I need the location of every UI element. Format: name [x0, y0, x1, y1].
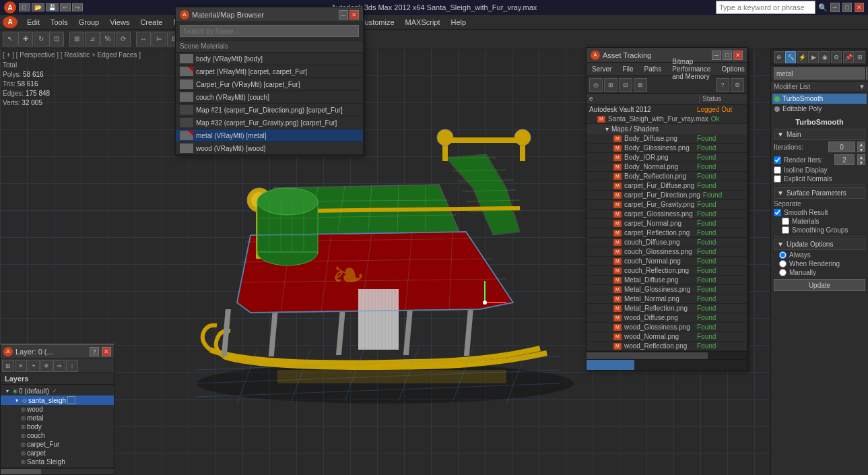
menu-create[interactable]: Create: [135, 15, 168, 30]
render-iters-down[interactable]: ▼: [857, 160, 865, 165]
asset-menu-server[interactable]: Server: [589, 63, 614, 76]
smoothing-groups-checkbox[interactable]: [782, 226, 789, 234]
asset-scrollbar-horizontal[interactable]: [587, 351, 747, 359]
asset-tb-icon3[interactable]: ⊟: [619, 78, 632, 92]
iterations-input[interactable]: 0: [828, 141, 855, 152]
undo-btn[interactable]: ↩: [60, 3, 71, 11]
modify-panel-icon[interactable]: 🔧: [785, 51, 796, 63]
new-btn[interactable]: 🗋: [19, 3, 30, 11]
layer-merge-button[interactable]: ⇒: [53, 360, 65, 372]
layer-new-button[interactable]: +: [28, 360, 40, 372]
surface-params-header[interactable]: ▼ Surface Parameters: [774, 187, 865, 199]
asset-menu-file[interactable]: File: [620, 63, 636, 76]
layer-move-up-button[interactable]: ↑: [66, 360, 78, 372]
asset-file-Metal_Normal[interactable]: M Metal_Normal.png Found: [587, 294, 747, 304]
layer-item-santa-sleigh[interactable]: ▾ ◎ santa_sleigh: [1, 395, 114, 405]
asset-file-carpet_Glossiness[interactable]: M carpet_Glossiness.png Found: [587, 210, 747, 219]
asset-file-Body_Glossiness[interactable]: M Body_Glossiness.png Found: [587, 144, 747, 153]
asset-menu-bitmap[interactable]: Bitmap Performance and Memory: [669, 63, 713, 76]
asset-file-couch_Diffuse[interactable]: M couch_Diffuse.png Found: [587, 238, 747, 247]
mat-map21[interactable]: Map #21 (carpet_Fur_Direction.png) [carp…: [176, 104, 363, 117]
layers-scrollbar[interactable]: [1, 468, 114, 474]
layer-add-button[interactable]: ⊞: [2, 360, 14, 372]
pin-icon[interactable]: 📌: [843, 51, 854, 63]
asset-main-file-row[interactable]: M Santa_Sleigh_with_Fur_vray.max Ok: [587, 115, 747, 124]
toolbar-move[interactable]: ✚: [18, 32, 33, 46]
layer-item-metal[interactable]: ◎ metal: [1, 414, 114, 422]
toolbar-snap[interactable]: ⊞: [69, 32, 84, 46]
asset-tb-icon4[interactable]: ⊠: [634, 78, 647, 92]
global-search-input[interactable]: [716, 1, 815, 14]
menu-tools[interactable]: Tools: [45, 15, 73, 30]
create-panel-icon[interactable]: ⊕: [774, 51, 784, 63]
mat-search-input[interactable]: [180, 25, 359, 37]
asset-tb-icon1[interactable]: ◎: [589, 78, 603, 92]
update-button[interactable]: Update: [774, 279, 865, 291]
hierarchy-panel-icon[interactable]: ⚡: [797, 51, 807, 63]
mod-turbosmoothrow[interactable]: TurboSmooth: [772, 94, 867, 104]
asset-file-Body_Diffuse[interactable]: M Body_Diffuse.png Found: [587, 134, 747, 144]
explicit-normals-checkbox[interactable]: [774, 175, 781, 183]
asset-menu-paths[interactable]: Paths: [642, 63, 665, 76]
mat-metal[interactable]: metal (VRayMtl) [metal]: [176, 129, 363, 142]
asset-file-couch_Normal[interactable]: M couch_Normal.png Found: [587, 257, 747, 266]
toolbar-spinner-snap[interactable]: ⟳: [116, 32, 131, 46]
isoline-checkbox[interactable]: [774, 166, 781, 174]
layer-item-couch[interactable]: ◎ couch: [1, 431, 114, 440]
render-iters-input[interactable]: [834, 154, 855, 165]
materials-checkbox[interactable]: [782, 218, 789, 225]
asset-file-carpet_Fur_Diffuse[interactable]: M carpet_Fur_Diffuse.png Found: [587, 181, 747, 191]
layers-help-button[interactable]: ?: [90, 347, 99, 356]
motion-panel-icon[interactable]: ▶: [808, 51, 819, 63]
toolbar-rotate[interactable]: ↻: [34, 32, 48, 46]
layer-item-carpet-fur[interactable]: ◎ carpet_Fur: [1, 440, 114, 449]
mat-minimize-btn[interactable]: ─: [339, 10, 348, 20]
mat-map32[interactable]: Map #32 (carpet_Fur_Gravity.png) [carpet…: [176, 117, 363, 129]
toolbar-align[interactable]: ⊨: [152, 32, 166, 46]
layer-freeze-button[interactable]: ❄: [40, 360, 53, 372]
update-options-header[interactable]: ▼ Update Options: [774, 239, 865, 250]
menu-group[interactable]: Group: [73, 15, 105, 30]
layer-item-santa-sleigh-obj[interactable]: ◎ Santa Sleigh: [1, 457, 114, 466]
asset-file-carpet_Fur_Direction[interactable]: M carpet_Fur_Direction.png Found: [587, 191, 747, 200]
menu-maxscript[interactable]: MAXScript: [400, 15, 446, 30]
asset-tb-settings[interactable]: ⚙: [731, 78, 744, 92]
toolbar-percent-snap[interactable]: %: [100, 32, 115, 46]
mat-close-btn[interactable]: ✕: [349, 10, 359, 20]
asset-file-Metal_Reflection[interactable]: M Metal_Reflection.png Found: [587, 304, 747, 313]
open-btn[interactable]: 📂: [32, 3, 44, 11]
iterations-up[interactable]: ▲: [857, 141, 865, 147]
toolbar-angle-snap[interactable]: ⊿: [85, 32, 100, 46]
iterations-down[interactable]: ▼: [857, 147, 865, 152]
mat-carpet[interactable]: carpet (VRayMtl) [carpet, carpet_Fur]: [176, 65, 363, 78]
manually-radio[interactable]: [779, 269, 787, 276]
asset-file-Body_Normal[interactable]: M Body_Normal.png Found: [587, 162, 747, 172]
asset-file-Metal_Diffuse[interactable]: M Metal_Diffuse.png Found: [587, 276, 747, 285]
asset-file-wood_Reflection[interactable]: M wood_Reflection.png Found: [587, 342, 747, 351]
asset-maps-group[interactable]: ▾ Maps / Shaders: [587, 124, 747, 134]
mod-editable-poly-row[interactable]: Editable Poly: [772, 104, 867, 114]
asset-tb-help[interactable]: ?: [716, 78, 729, 92]
modifier-search-input[interactable]: metal: [774, 67, 865, 80]
layer-item-0-default[interactable]: ▾ ◉ 0 (default) ✓: [1, 386, 114, 395]
when-rendering-radio[interactable]: [779, 260, 787, 267]
asset-file-carpet_Fur_Gravity[interactable]: M carpet_Fur_Gravity.png Found: [587, 200, 747, 210]
always-radio[interactable]: [779, 251, 787, 259]
menu-views[interactable]: Views: [104, 15, 135, 30]
layer-item-body[interactable]: ◎ body: [1, 422, 114, 431]
layer-item-wood[interactable]: ◎ wood: [1, 405, 114, 414]
render-iters-checkbox[interactable]: [774, 156, 781, 164]
asset-file-wood_Normal[interactable]: M wood_Normal.png Found: [587, 332, 747, 342]
asset-file-couch_Glossiness[interactable]: M couch_Glossiness.png Found: [587, 247, 747, 257]
asset-restore-btn[interactable]: □: [723, 51, 732, 60]
asset-tb-icon2[interactable]: ⊞: [604, 78, 617, 92]
mat-body[interactable]: body (VRayMtl) [body]: [176, 53, 363, 65]
asset-close-btn[interactable]: ✕: [733, 51, 743, 60]
layer-item-carpet[interactable]: ◎ carpet: [1, 449, 114, 457]
asset-file-wood_Glossiness[interactable]: M wood_Glossiness.png Found: [587, 323, 747, 332]
toolbar-mirror[interactable]: ↔: [136, 32, 151, 46]
mat-couch[interactable]: couch (VRayMtl) [couch]: [176, 91, 363, 104]
toolbar-select[interactable]: ↖: [3, 32, 18, 46]
asset-file-Body_Reflection[interactable]: M Body_Reflection.png Found: [587, 172, 747, 181]
utilities-panel-icon[interactable]: ⚙: [831, 51, 842, 63]
